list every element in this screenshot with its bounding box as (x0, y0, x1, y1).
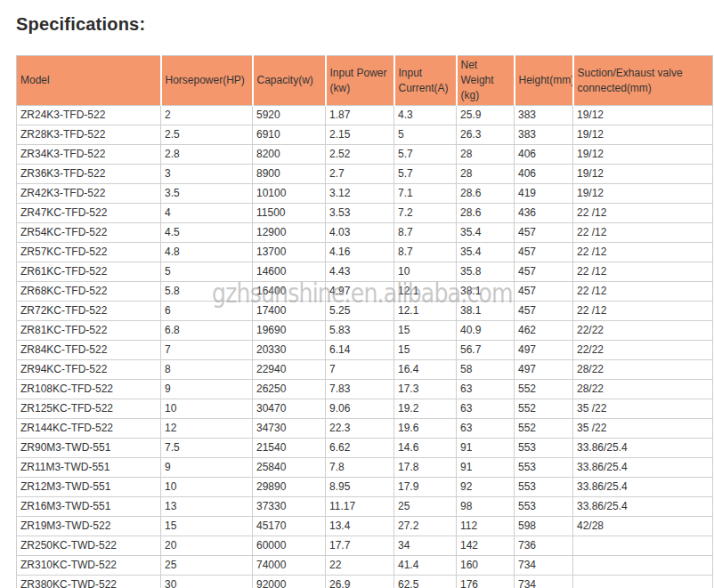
table-cell: ZR19M3-TWD-522 (17, 517, 161, 536)
table-cell: 19/12 (573, 184, 713, 204)
table-cell: 42/28 (573, 517, 713, 536)
column-header: Suction/Exhaust valve connected(mm) (573, 56, 713, 106)
table-cell: 22.3 (326, 419, 394, 439)
table-cell: 457 (515, 223, 573, 243)
table-cell: 553 (515, 458, 573, 478)
column-header: Horsepower(HP) (161, 56, 253, 106)
table-header: ModelHorsepower(HP)Capacity(w)Input Powe… (17, 56, 713, 106)
table-cell: ZR310KC-TWD-522 (17, 556, 161, 576)
table-cell: 26.9 (326, 576, 394, 588)
table-cell: 34 (394, 536, 457, 556)
column-header: Model (17, 56, 161, 106)
table-cell: ZR90M3-TWD-551 (17, 439, 161, 458)
table-cell: ZR24K3-TFD-522 (17, 106, 161, 125)
table-cell: 4.3 (394, 106, 457, 125)
table-cell: ZR34K3-TFD-522 (17, 145, 161, 165)
table-cell: 8200 (253, 145, 326, 165)
table-row: ZR28K3-TFD-5222.569102.15526.338319/12 (17, 125, 713, 145)
table-cell: 4 (161, 204, 253, 223)
table-cell: 1.87 (326, 106, 394, 125)
table-cell: 30 (161, 576, 253, 588)
table-cell: ZR84KC-TFD-522 (17, 341, 161, 360)
table-cell: 12900 (253, 223, 326, 243)
table-cell: 2 (161, 106, 253, 125)
table-cell: 45170 (253, 517, 326, 536)
table-cell: 8900 (253, 165, 326, 184)
table-cell: 56.7 (457, 341, 515, 360)
table-cell: 17.3 (394, 380, 457, 399)
table-cell: 406 (515, 145, 573, 165)
table-cell: ZR11M3-TWD-551 (17, 458, 161, 478)
table-cell: ZR108KC-TFD-522 (17, 380, 161, 399)
table-cell: 419 (515, 184, 573, 204)
table-row: ZR34K3-TFD-5222.882002.525.72840619/12 (17, 145, 713, 165)
table-row: ZR61KC-TFD-5225146004.431035.845722 /12 (17, 262, 713, 282)
table-cell (573, 536, 713, 556)
table-cell: 28 (457, 165, 515, 184)
table-cell: ZR47KC-TFD-522 (17, 204, 161, 223)
table-cell: ZR28K3-TFD-522 (17, 125, 161, 145)
table-cell: 5 (161, 262, 253, 282)
table-cell: 10 (161, 399, 253, 419)
table-cell: 19690 (253, 321, 326, 341)
table-cell: 20 (161, 536, 253, 556)
table-cell: 736 (515, 536, 573, 556)
table-cell: 35.8 (457, 262, 515, 282)
table-cell: 553 (515, 478, 573, 497)
table-cell: 8 (161, 360, 253, 380)
table-cell: 22 /12 (573, 302, 713, 321)
table-cell: 92 (457, 478, 515, 497)
table-cell: 15 (161, 517, 253, 536)
table-cell: 4.16 (326, 243, 394, 262)
table-cell: ZR12M3-TWD-551 (17, 478, 161, 497)
table-row: ZR90M3-TWD-5517.5215406.6214.69155333.86… (17, 439, 713, 458)
table-row: ZR250KC-TWD-522206000017.734142736 (17, 536, 713, 556)
table-row: ZR72KC-TFD-5226174005.2512.138.145722 /1… (17, 302, 713, 321)
table-cell: 497 (515, 360, 573, 380)
table-cell: 17.8 (394, 458, 457, 478)
table-cell: 160 (457, 556, 515, 576)
table-cell: 3.5 (161, 184, 253, 204)
table-cell: 2.15 (326, 125, 394, 145)
table-cell: 25 (394, 497, 457, 517)
table-cell: 552 (515, 419, 573, 439)
table-cell: 6910 (253, 125, 326, 145)
table-cell: 35.4 (457, 243, 515, 262)
table-cell: 4.03 (326, 223, 394, 243)
table-cell: 5920 (253, 106, 326, 125)
table-cell: ZR81KC-TFD-522 (17, 321, 161, 341)
table-cell: 406 (515, 165, 573, 184)
table-cell: ZR68KC-TFD-522 (17, 282, 161, 302)
table-cell: 7.5 (161, 439, 253, 458)
table-cell: 35.4 (457, 223, 515, 243)
table-cell: 3.12 (326, 184, 394, 204)
table-cell: 26250 (253, 380, 326, 399)
table-cell (573, 576, 713, 588)
table-cell: 4.43 (326, 262, 394, 282)
table-cell: 142 (457, 536, 515, 556)
table-cell: 4.5 (161, 223, 253, 243)
table-row: ZR47KC-TFD-5224115003.537.228.643622 /12 (17, 204, 713, 223)
table-row: ZR125KC-TFD-52210304709.0619.26355235 /2… (17, 399, 713, 419)
table-row: ZR24K3-TFD-522259201.874.325.938319/12 (17, 106, 713, 125)
table-cell: 60000 (253, 536, 326, 556)
table-cell: 552 (515, 380, 573, 399)
table-cell: 22 /12 (573, 262, 713, 282)
table-cell: 34730 (253, 419, 326, 439)
table-cell: 3.53 (326, 204, 394, 223)
table-cell: 734 (515, 576, 573, 588)
table-cell: 33.86/25.4 (573, 458, 713, 478)
table-row: ZR42K3-TFD-5223.5101003.127.128.641919/1… (17, 184, 713, 204)
table-row: ZR108KC-TFD-5229262507.8317.36355228/22 (17, 380, 713, 399)
page: Specifications: ModelHorsepower(HP)Capac… (0, 0, 714, 588)
table-cell: 457 (515, 302, 573, 321)
table-cell: 5.7 (394, 145, 457, 165)
table-cell: 19.2 (394, 399, 457, 419)
table-cell: 25840 (253, 458, 326, 478)
column-header: Height(mm) (515, 56, 573, 106)
table-cell: ZR42K3-TFD-522 (17, 184, 161, 204)
table-cell: 62.5 (394, 576, 457, 588)
table-cell: 58 (457, 360, 515, 380)
table-row: ZR81KC-TFD-5226.8196905.831540.946222/22 (17, 321, 713, 341)
table-cell: 5.83 (326, 321, 394, 341)
